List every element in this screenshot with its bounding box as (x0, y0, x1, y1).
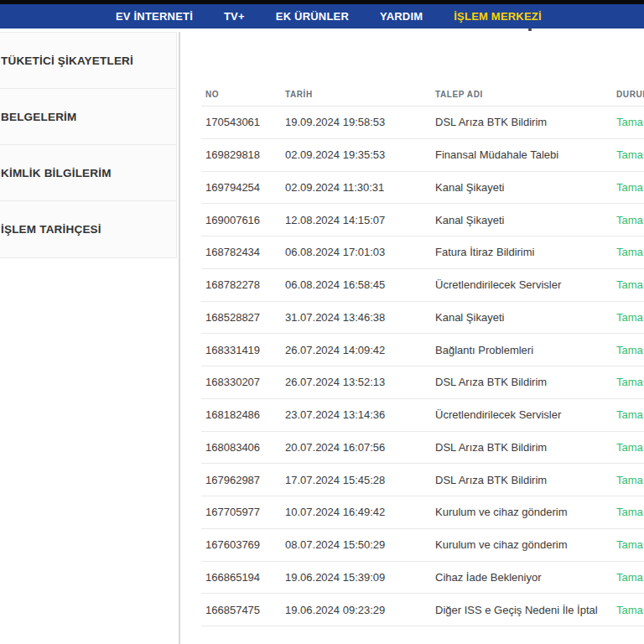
table-row[interactable]: 166857475 19.06.2024 09:23:29 Diğer ISS … (201, 594, 644, 626)
cell-date: 26.07.2024 14:09:42 (285, 344, 435, 356)
transaction-history-panel: NO TARİH TALEP ADI DURUM 170543061 19.09… (201, 83, 644, 626)
sidebar-item[interactable]: İŞLEM TARİHÇESİ (0, 201, 176, 257)
cell-request: DSL Arıza BTK Bildirim (435, 441, 616, 454)
cell-date: 06.08.2024 16:58:45 (285, 278, 435, 291)
cell-request: Ücretlendirilecek Servisler (435, 278, 616, 291)
col-header-status: DURUM (616, 90, 644, 99)
cell-status-badge: Tama (616, 278, 644, 291)
cell-request: Ücretlendirilecek Servisler (435, 408, 616, 421)
table-row[interactable]: 168331419 26.07.2024 14:09:42 Bağlantı P… (201, 334, 644, 366)
table-row[interactable]: 169829818 02.09.2024 19:35:53 Finansal M… (201, 139, 644, 172)
cell-no: 170543061 (205, 116, 285, 128)
cell-status-badge: Tama (616, 474, 644, 486)
cell-date: 26.07.2024 13:52:13 (285, 376, 435, 388)
cell-request: Finansal Müdahale Talebi (435, 148, 616, 161)
cell-status-badge: Tama (616, 506, 644, 518)
table-row[interactable]: 167962987 17.07.2024 15:45:28 DSL Arıza … (201, 464, 644, 496)
cell-date: 19.09.2024 19:58:53 (285, 116, 435, 128)
cell-status-badge: Tama (616, 571, 644, 584)
table-row[interactable]: 168182486 23.07.2024 13:14:36 Ücretlendi… (201, 399, 644, 432)
cell-request: Kanal Şikayeti (435, 214, 616, 226)
cell-date: 23.07.2024 13:14:36 (285, 408, 435, 421)
cell-status-badge: Tama (616, 441, 644, 454)
cell-date: 10.07.2024 16:49:42 (285, 506, 435, 518)
cell-no: 169007616 (205, 214, 285, 226)
main-navbar: EV İNTERNETİ TV+ EK ÜRÜNLER YARDIM İŞLEM… (0, 4, 644, 29)
cell-date: 19.06.2024 15:39:09 (285, 571, 435, 584)
cell-date: 02.09.2024 19:35:53 (285, 148, 435, 161)
table-row[interactable]: 166865194 19.06.2024 15:39:09 Cihaz İade… (201, 562, 644, 595)
table-body: 170543061 19.09.2024 19:58:53 DSL Arıza … (201, 106, 644, 626)
cell-no: 168782434 (205, 246, 285, 258)
sidebar-item[interactable]: KİMLİK BİLGİLERİM (0, 145, 176, 201)
cell-date: 17.07.2024 15:45:28 (285, 474, 435, 486)
cell-date: 31.07.2024 13:46:38 (285, 311, 435, 324)
cell-request: Kanal Şikayeti (435, 311, 616, 324)
nav-item[interactable]: EK ÜRÜNLER (276, 10, 349, 23)
cell-status-badge: Tama (616, 376, 644, 388)
sidebar-item[interactable]: TÜKETİCİ ŞİKAYETLERİ (0, 33, 176, 89)
sidebar-menu: TÜKETİCİ ŞİKAYETLERİ BELGELERİM KİMLİK B… (0, 32, 177, 258)
cell-request: Diğer ISS e Geçiş Nedeni İle İptal (435, 604, 616, 616)
table-row[interactable]: 168330207 26.07.2024 13:52:13 DSL Arıza … (201, 366, 644, 399)
cell-request: DSL Arıza BTK Bildirim (435, 376, 616, 388)
nav-item[interactable]: EV İNTERNETİ (116, 10, 193, 23)
sidebar-item[interactable]: BELGELERİM (0, 89, 176, 145)
cell-no: 168182486 (205, 408, 285, 421)
table-row[interactable]: 168782434 06.08.2024 17:01:03 Fatura İti… (201, 236, 644, 269)
cell-status-badge: Tama (616, 408, 644, 421)
cell-request: Cihaz İade Bekleniyor (435, 571, 616, 584)
cell-no: 168330207 (205, 376, 285, 388)
col-header-no: NO (205, 90, 285, 99)
cell-date: 19.06.2024 09:23:29 (285, 604, 435, 616)
cell-date: 12.08.2024 14:15:07 (285, 214, 435, 226)
nav-item[interactable]: İŞLEM MERKEZİ (454, 10, 541, 23)
cell-request: Kurulum ve cihaz gönderim (435, 538, 616, 551)
cell-status-badge: Tama (616, 148, 644, 161)
cell-no: 168083406 (205, 441, 285, 454)
table-header-row: NO TARİH TALEP ADI DURUM (201, 83, 644, 106)
cell-date: 06.08.2024 17:01:03 (285, 246, 435, 258)
cell-status-badge: Tama (616, 246, 644, 258)
cell-no: 168528827 (205, 311, 285, 324)
table-row[interactable]: 169007616 12.08.2024 14:15:07 Kanal Şika… (201, 204, 644, 236)
cell-request: DSL Arıza BTK Bildirim (435, 474, 616, 486)
cell-no: 167705977 (205, 506, 285, 518)
table-row[interactable]: 168528827 31.07.2024 13:46:38 Kanal Şika… (201, 302, 644, 335)
cell-no: 169829818 (205, 148, 285, 161)
clipped-heading-artifact (528, 29, 532, 31)
cell-status-badge: Tama (616, 214, 644, 226)
cell-status-badge: Tama (616, 604, 644, 616)
table-row[interactable]: 169794254 02.09.2024 11:30:31 Kanal Şika… (201, 172, 644, 205)
table-row[interactable]: 170543061 19.09.2024 19:58:53 DSL Arıza … (201, 106, 644, 139)
cell-no: 168331419 (205, 344, 285, 356)
cell-no: 166865194 (205, 571, 285, 584)
cell-no: 168782278 (205, 278, 285, 291)
nav-items: EV İNTERNETİ TV+ EK ÜRÜNLER YARDIM İŞLEM… (0, 4, 644, 29)
cell-no: 169794254 (205, 181, 285, 194)
cell-date: 02.09.2024 11:30:31 (285, 181, 435, 194)
col-header-request: TALEP ADI (435, 90, 616, 99)
cell-status-badge: Tama (616, 181, 644, 194)
table-row[interactable]: 167603769 08.07.2024 15:50:29 Kurulum ve… (201, 529, 644, 562)
cell-status-badge: Tama (616, 116, 644, 128)
cell-status-badge: Tama (616, 344, 644, 356)
cell-date: 20.07.2024 16:07:56 (285, 441, 435, 454)
content-divider-line (179, 32, 180, 644)
cell-date: 08.07.2024 15:50:29 (285, 538, 435, 551)
nav-item[interactable]: YARDIM (380, 10, 423, 23)
table-row[interactable]: 167705977 10.07.2024 16:49:42 Kurulum ve… (201, 496, 644, 529)
cell-no: 167962987 (205, 474, 285, 486)
cell-status-badge: Tama (616, 311, 644, 324)
cell-request: DSL Arıza BTK Bildirim (435, 116, 616, 128)
cell-request: Fatura İtiraz Bildirimi (435, 246, 616, 258)
table-row[interactable]: 168083406 20.07.2024 16:07:56 DSL Arıza … (201, 432, 644, 465)
nav-item[interactable]: TV+ (224, 10, 245, 23)
cell-status-badge: Tama (616, 538, 644, 551)
cell-request: Kanal Şikayeti (435, 181, 616, 194)
cell-request: Bağlantı Problemleri (435, 344, 616, 356)
cell-no: 167603769 (205, 538, 285, 551)
col-header-date: TARİH (285, 90, 435, 99)
cell-no: 166857475 (205, 604, 285, 616)
table-row[interactable]: 168782278 06.08.2024 16:58:45 Ücretlendi… (201, 269, 644, 302)
